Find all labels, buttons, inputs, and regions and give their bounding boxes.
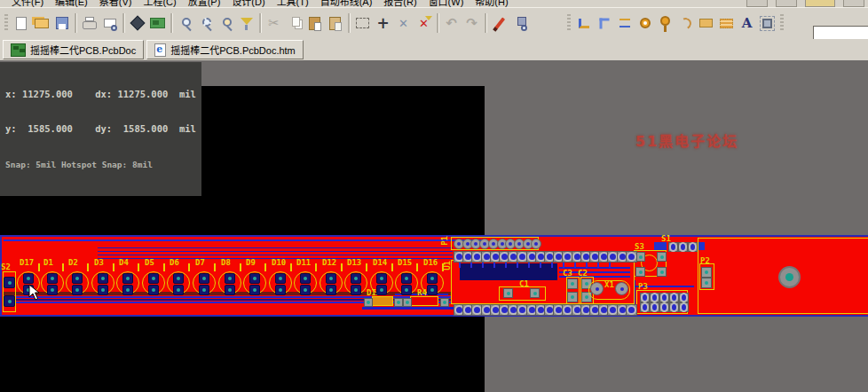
p3-top-row-pad[interactable]	[669, 293, 679, 302]
led-pad[interactable]	[351, 273, 361, 284]
tab-pcbdoc[interactable]: 摇摇棒二代PCB.PcbDoc	[3, 40, 144, 59]
copy-button[interactable]	[284, 12, 304, 34]
led-pad[interactable]	[326, 273, 336, 284]
led-pad[interactable]	[249, 285, 260, 295]
differential-routing-button[interactable]	[614, 12, 635, 34]
s1-pin-row-pad[interactable]	[678, 242, 688, 252]
led-pad[interactable]	[98, 273, 108, 284]
led-pad[interactable]	[300, 273, 311, 284]
place-component-button[interactable]	[757, 12, 777, 34]
p3-bottom-row-pad[interactable]	[640, 302, 650, 312]
undo-button[interactable]: ↶	[441, 12, 462, 34]
led-pad[interactable]	[98, 285, 108, 295]
filter-button[interactable]	[236, 12, 256, 34]
paste-button[interactable]	[304, 12, 325, 34]
place-arc-button[interactable]	[675, 12, 696, 34]
p3-bottom-row-pad[interactable]	[679, 302, 689, 312]
c3-pad[interactable]	[567, 292, 578, 302]
socket-bottom-row-pad[interactable]	[626, 304, 637, 316]
clipped-toolbar-button[interactable]	[805, 0, 835, 7]
paste-special-button[interactable]	[325, 12, 345, 34]
led-pad[interactable]	[23, 273, 34, 284]
pcb-workspace-canvas[interactable]: x: 11275.000 dx: 11275.000 mil y: 1585.0…	[0, 60, 868, 392]
highlight-pen-button[interactable]	[489, 12, 509, 34]
s3-pad[interactable]	[635, 267, 645, 277]
x1-pad[interactable]	[615, 282, 628, 295]
led-pad[interactable]	[199, 273, 209, 284]
smart-routing-button[interactable]	[594, 12, 614, 34]
menu-project[interactable]: 工程(C)	[140, 0, 178, 7]
s2-pad[interactable]	[4, 277, 15, 288]
menu-autoroute[interactable]: 自动布线(A)	[318, 0, 375, 7]
led-pad[interactable]	[376, 273, 387, 284]
p3-top-row-pad[interactable]	[679, 293, 689, 302]
menu-edit[interactable]: 编辑(E)	[52, 0, 91, 7]
led-pad[interactable]	[47, 273, 58, 284]
select-area-button[interactable]	[352, 12, 373, 34]
tab-pcbdoc-htm[interactable]: 摇摇棒二代PCB.PcbDoc.htm	[146, 40, 304, 59]
c3-pad[interactable]	[567, 278, 578, 289]
din1-pad[interactable]	[364, 298, 373, 307]
s1-pin-row-pad[interactable]	[668, 242, 678, 252]
p3-top-row-pad[interactable]	[650, 293, 659, 302]
p3-bottom-row-pad[interactable]	[650, 302, 659, 312]
clipped-toolbar-button[interactable]	[843, 0, 864, 7]
s3-pad[interactable]	[657, 267, 667, 277]
din1-pad[interactable]	[394, 298, 403, 307]
led-pad[interactable]	[351, 285, 361, 295]
pcb-board[interactable]: S2DIN1R4P1U1C1C3C2X1S3S1P3P2D17D1D2D3D4D…	[0, 235, 868, 317]
led-pad[interactable]	[122, 273, 133, 284]
led-pad[interactable]	[225, 273, 235, 284]
mounting-hole[interactable]	[778, 266, 801, 288]
place-polygon-button[interactable]	[716, 12, 737, 34]
r4-pad[interactable]	[440, 298, 449, 307]
place-pad-button[interactable]	[635, 12, 655, 34]
menu-tools[interactable]: 工具(T)	[274, 0, 312, 7]
led-pad[interactable]	[427, 285, 438, 295]
p3-top-row-pad[interactable]	[640, 293, 650, 302]
led-pad[interactable]	[300, 285, 311, 295]
menu-file[interactable]: 文件(F)	[9, 0, 46, 7]
zoom-in-button[interactable]	[175, 12, 195, 34]
place-via-button[interactable]	[655, 12, 675, 34]
c1-pad[interactable]	[530, 288, 540, 298]
view-3d-button[interactable]	[127, 12, 147, 34]
clipped-toolbar-button[interactable]	[776, 0, 797, 7]
menu-place[interactable]: 放置(P)	[185, 0, 224, 7]
led-pad[interactable]	[326, 285, 336, 295]
zoom-selected-button[interactable]	[216, 12, 236, 34]
clipped-toolbar-button[interactable]	[746, 0, 768, 7]
p3-bottom-row-pad[interactable]	[669, 302, 679, 312]
open-document-button[interactable]	[31, 12, 51, 34]
resistor-r4-body[interactable]	[410, 296, 438, 306]
clear-filter-button[interactable]: ✕	[414, 12, 434, 34]
move-selection-button[interactable]: +	[373, 12, 393, 34]
interactive-routing-button[interactable]	[573, 12, 594, 34]
led-pad[interactable]	[72, 273, 83, 284]
browse-board-button[interactable]	[147, 12, 168, 34]
led-pad[interactable]	[249, 273, 260, 284]
led-pad[interactable]	[225, 285, 235, 295]
x1-pad[interactable]	[590, 282, 604, 295]
led-pad[interactable]	[47, 285, 58, 295]
menu-design[interactable]: 设计(D)	[229, 0, 267, 7]
place-string-button[interactable]: A	[737, 12, 757, 34]
led-pad[interactable]	[199, 285, 209, 295]
browse-components-button[interactable]	[509, 12, 530, 34]
menu-view[interactable]: 察看(V)	[97, 0, 135, 7]
led-pad[interactable]	[148, 273, 159, 284]
led-pad[interactable]	[275, 285, 286, 295]
menu-help[interactable]: 帮助(H)	[472, 0, 510, 7]
c1-pad[interactable]	[503, 288, 513, 298]
led-pad[interactable]	[173, 273, 184, 284]
deselect-all-button[interactable]: ✕	[393, 12, 414, 34]
zoom-area-button[interactable]	[195, 12, 216, 34]
socket-top-row-pad[interactable]	[626, 251, 637, 263]
menu-window[interactable]: 窗口(W)	[426, 0, 467, 7]
p3-top-row-pad[interactable]	[659, 293, 669, 302]
led-pad[interactable]	[275, 273, 286, 284]
p3-bottom-row-pad[interactable]	[659, 302, 669, 312]
led-pad[interactable]	[148, 285, 159, 295]
s2-pad[interactable]	[4, 295, 15, 307]
led-pad[interactable]	[173, 285, 184, 295]
